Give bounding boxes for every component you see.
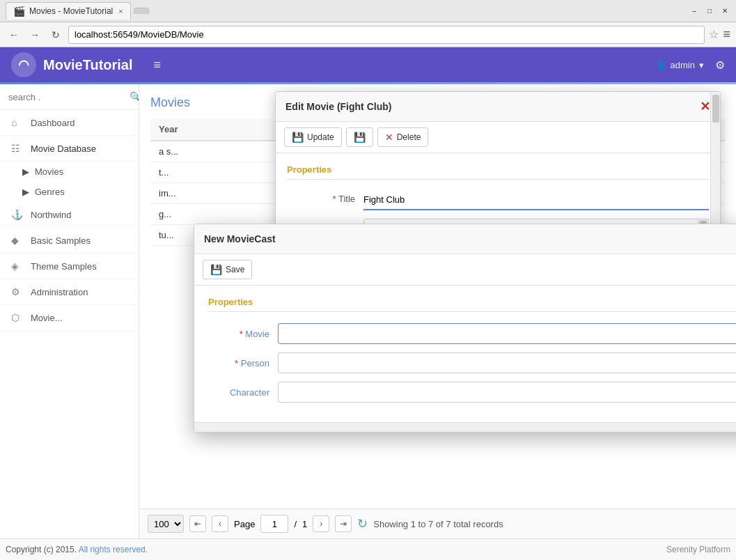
sidebar-item-movies[interactable]: ▶ Movies (22, 162, 139, 182)
edit-modal-close-button[interactable]: ✕ (700, 99, 710, 114)
admin-icon: ⚙ (11, 286, 24, 297)
settings-icon[interactable]: ⚙ (715, 59, 725, 72)
search-input[interactable] (8, 92, 125, 102)
minimize-button[interactable]: – (689, 6, 700, 17)
sidebar-item-dashboard[interactable]: ⌂ Dashboard (0, 110, 139, 136)
sidebar-item-label: Theme Samples (31, 261, 97, 272)
cast-save-button[interactable]: 💾 Save (203, 260, 252, 279)
refresh-icon[interactable]: ↻ (357, 516, 368, 531)
cell-suffix: t... (150, 162, 272, 183)
col-year[interactable]: Year (150, 118, 272, 141)
content-area: Movies Year Release Da... G a s... 1999 … (139, 84, 736, 538)
sidebar-item-label: Administration (31, 287, 88, 297)
new-moviecast-modal: New MovieCast ✕ 💾 Save Properties * Movi… (194, 224, 736, 433)
edit-modal-toolbar: 💾 Update 💾 ✕ Delete (276, 122, 720, 153)
user-menu[interactable]: 👤 admin ▾ (655, 60, 704, 70)
sidebar-item-theme[interactable]: ◈ Theme Samples (0, 254, 139, 279)
cast-modal-toolbar: 💾 Save (194, 254, 736, 286)
theme-icon: ◈ (11, 260, 24, 272)
hamburger-button[interactable]: ≡ (154, 58, 162, 72)
edit-modal-header: Edit Movie (Fight Club) ✕ (276, 92, 720, 122)
save-modal-button[interactable]: 💾 (346, 127, 373, 147)
main-layout: 🔍 ⌂ Dashboard ☷ Movie Database ▶ Movies … (0, 84, 736, 538)
sidebar-item-label: Movie... (31, 313, 63, 323)
nav-right: 👤 admin ▾ ⚙ (655, 59, 725, 72)
back-button[interactable]: ← (6, 26, 22, 43)
footer-brand: Serenity Platform (666, 545, 730, 554)
person-label: * Person (208, 358, 278, 368)
genres-icon: ▶ (22, 187, 29, 197)
northwind-icon: ⚓ (11, 209, 24, 220)
prev-page-button[interactable]: ‹ (212, 515, 228, 532)
copyright-text: Copyright (c) 2015. All rights reserved. (6, 545, 148, 554)
person-required: * (235, 358, 238, 368)
moviedatabase-icon: ☷ (11, 143, 24, 154)
sidebar-item-northwind[interactable]: ⚓ Northwind (0, 202, 139, 228)
browser-titlebar: 🎬 Movies - MovieTutorial × – □ ✕ (0, 0, 736, 22)
save-icon: 💾 (354, 132, 366, 143)
last-page-button[interactable]: ⇥ (335, 515, 352, 532)
cast-modal-header: New MovieCast ✕ (194, 224, 736, 254)
tab-favicon: 🎬 (13, 6, 25, 17)
cell-suffix: a s... (150, 141, 272, 162)
update-button[interactable]: 💾 Update (284, 127, 342, 147)
bookmark-icon[interactable]: ☆ (709, 28, 719, 41)
cast-section-heading: Properties (208, 297, 736, 312)
sidebar-item-genres[interactable]: ▶ Genres (22, 182, 139, 202)
movie-required: * (240, 329, 243, 339)
sidebar-item-label: Movies (35, 166, 63, 177)
dashboard-icon: ⌂ (11, 117, 24, 128)
update-label: Update (307, 132, 334, 142)
movies-icon: ▶ (22, 166, 29, 177)
window-controls: – □ ✕ (689, 6, 730, 17)
reload-button[interactable]: ↻ (47, 26, 64, 43)
page-size-select[interactable]: 100 (148, 515, 184, 533)
app-footer: Copyright (c) 2015. All rights reserved.… (0, 538, 736, 560)
update-icon: 💾 (292, 132, 304, 143)
logo-icon: ◠ (11, 52, 36, 77)
next-page-button[interactable]: › (313, 515, 329, 532)
sidebar-search: 🔍 (0, 84, 139, 110)
delete-button[interactable]: ✕ Delete (377, 127, 429, 147)
cast-modal-title: New MovieCast (204, 233, 276, 244)
page-input[interactable] (260, 515, 288, 533)
character-label: Character (208, 387, 278, 398)
title-input[interactable] (363, 189, 709, 210)
character-input[interactable] (278, 382, 736, 403)
sidebar-item-label: Northwind (31, 210, 72, 220)
sidebar-item-admin[interactable]: ⚙ Administration (0, 279, 139, 305)
delete-icon: ✕ (385, 132, 393, 143)
page-label: Page (234, 519, 255, 529)
top-navbar: ◠ MovieTutorial ≡ 👤 admin ▾ ⚙ (0, 47, 736, 82)
inactive-tab[interactable] (134, 8, 149, 14)
person-input[interactable] (278, 352, 736, 373)
movie-label: * Movie (208, 329, 278, 339)
page-info: Showing 1 to 7 of 7 total records (373, 519, 503, 529)
cast-save-label: Save (226, 265, 244, 274)
sidebar-item-basic[interactable]: ◆ Basic Samples (0, 228, 139, 254)
modal-scroll-thumb (712, 95, 719, 123)
maximize-button[interactable]: □ (704, 6, 715, 17)
edit-section-heading: Properties (287, 164, 709, 180)
active-tab[interactable]: 🎬 Movies - MovieTutorial × (6, 2, 131, 20)
cast-horizontal-scrollbar (194, 422, 736, 432)
address-bar[interactable] (68, 26, 705, 44)
brand-name: MovieTutorial (43, 57, 133, 73)
browser-chrome: 🎬 Movies - MovieTutorial × – □ ✕ ← → ↻ ☆… (0, 0, 736, 47)
total-pages: 1 (302, 519, 307, 529)
sidebar-item-movie2[interactable]: ⬡ Movie... (0, 305, 139, 331)
sidebar-item-moviedatabase[interactable]: ☷ Movie Database (0, 136, 139, 162)
browser-menu-icon[interactable]: ≡ (723, 27, 730, 42)
forward-button[interactable]: → (26, 26, 43, 43)
sidebar: 🔍 ⌂ Dashboard ☷ Movie Database ▶ Movies … (0, 84, 139, 538)
movie-input[interactable] (278, 323, 736, 344)
user-icon: 👤 (655, 60, 666, 70)
tab-close-btn[interactable]: × (118, 7, 123, 15)
of-label: / (294, 519, 297, 529)
title-row: * Title (287, 189, 709, 210)
first-page-button[interactable]: ⇤ (189, 515, 206, 532)
sidebar-item-label: Movie Database (31, 143, 96, 154)
close-button[interactable]: ✕ (719, 6, 730, 17)
tab-title: Movies - MovieTutorial (29, 6, 113, 16)
movie2-icon: ⬡ (11, 312, 24, 323)
